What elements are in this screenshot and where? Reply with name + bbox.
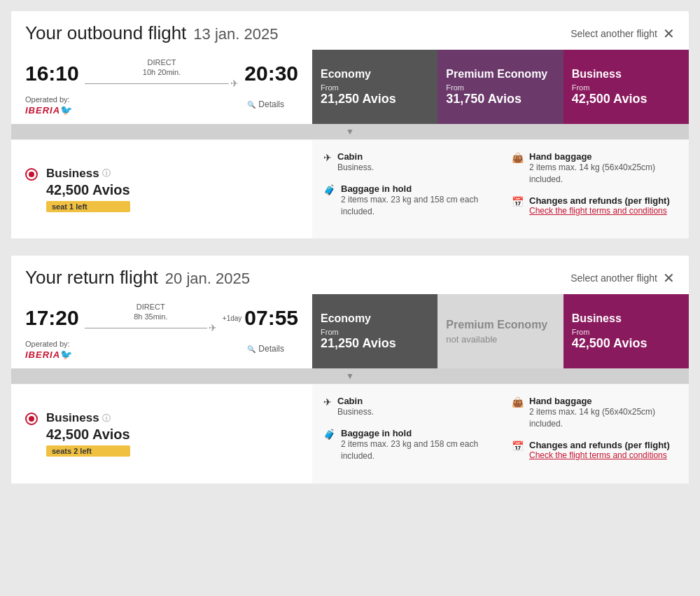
outbound-cabin-text: Cabin Business. xyxy=(337,151,374,174)
return-cabin-desc: Business. xyxy=(337,406,374,418)
return-changes-detail: 📅 Changes and refunds (per flight) Check… xyxy=(512,440,678,460)
outbound-title-text: Your outbound flight xyxy=(25,22,186,44)
outbound-caret: ▼ xyxy=(11,124,689,139)
outbound-baggage-hold-text: Baggage in hold 2 items max. 23 kg and 1… xyxy=(341,183,489,218)
outbound-line-arrow: ✈ xyxy=(85,78,239,89)
return-depart-time: 17:20 xyxy=(25,306,79,330)
outbound-radio-inner xyxy=(29,172,34,177)
return-hand-baggage-title: Hand baggage xyxy=(529,396,678,406)
outbound-changes-icon: 📅 xyxy=(512,196,524,216)
outbound-duration: 10h 20min. xyxy=(143,68,181,76)
outbound-details-search-icon: 🔍 xyxy=(247,101,255,109)
outbound-hand-baggage-title: Hand baggage xyxy=(529,151,678,162)
outbound-economy-from: From xyxy=(321,83,429,92)
outbound-baggage-hold-desc: 2 items max. 23 kg and 158 cm each inclu… xyxy=(341,194,489,218)
return-radio-button[interactable] xyxy=(25,413,38,425)
outbound-economy-label: Economy xyxy=(321,68,429,81)
return-close-icon[interactable]: ✕ xyxy=(663,270,675,286)
outbound-premium-economy-label: Premium Economy xyxy=(446,68,554,81)
return-business-from: From xyxy=(572,328,680,336)
return-baggage-hold-desc: 2 items max. 23 kg and 158 cm each inclu… xyxy=(341,438,489,462)
outbound-info-icon[interactable]: ⓘ xyxy=(102,167,111,179)
outbound-baggage-hold-detail: 🧳 Baggage in hold 2 items max. 23 kg and… xyxy=(323,183,489,218)
return-baggage-hold-text: Baggage in hold 2 items max. 23 kg and 1… xyxy=(341,428,489,462)
return-line xyxy=(85,328,207,328)
return-economy-price: 21,250 Avios xyxy=(321,336,429,351)
return-baggage-hold-title: Baggage in hold xyxy=(341,428,489,438)
outbound-close-icon[interactable]: ✕ xyxy=(663,25,675,42)
return-fare-name-col: Business ⓘ 42,500 Avios seats 2 left xyxy=(46,411,130,457)
return-premium-economy-label: Premium Economy xyxy=(446,319,554,331)
return-info-row: 17:20 DIRECT 8h 35min. ✈ +1day 07:55 Ope… xyxy=(11,294,689,368)
return-flight-line: DIRECT 8h 35min. ✈ xyxy=(85,303,217,333)
outbound-baggage-hold-title: Baggage in hold xyxy=(341,183,489,194)
outbound-detail-col-right: 👜 Hand baggage 2 items max. 14 kg (56x40… xyxy=(500,140,689,238)
outbound-selected-fare-price: 42,500 Avios xyxy=(46,182,130,198)
return-flight-section: Your return flight 20 jan. 2025 Select a… xyxy=(11,256,689,483)
return-business-price: 42,500 Avios xyxy=(572,336,680,351)
return-direct-label: DIRECT xyxy=(136,303,165,311)
return-detail-col-right: 👜 Hand baggage 2 items max. 14 kg (56x40… xyxy=(500,384,689,483)
outbound-premium-economy-from: From xyxy=(446,83,554,92)
outbound-business-label: Business xyxy=(572,68,680,81)
return-iberia-bird-icon: 🐦 xyxy=(60,349,72,360)
outbound-caret-icon: ▼ xyxy=(346,127,354,137)
outbound-cabin-title: Cabin xyxy=(337,151,374,162)
return-details-link[interactable]: 🔍 Details xyxy=(247,344,298,354)
outbound-arrive-time: 20:30 xyxy=(244,62,298,85)
return-detail-col-left: ✈ Cabin Business. 🧳 Baggage in hold 2 it… xyxy=(312,384,500,483)
outbound-depart-time: 16:10 xyxy=(25,62,79,85)
outbound-iberia-bird-icon: 🐦 xyxy=(60,104,72,116)
return-operated-label: Operated by: xyxy=(25,340,70,348)
outbound-fare-details-right: ✈ Cabin Business. 🧳 Baggage in hold 2 it… xyxy=(312,140,689,238)
outbound-changes-title: Changes and refunds (per flight) xyxy=(529,195,670,206)
return-caret-icon: ▼ xyxy=(346,371,354,381)
return-fare-economy[interactable]: Economy From 21,250 Avios xyxy=(312,294,438,368)
return-airline-name: IBERIA xyxy=(25,349,60,360)
outbound-radio-row: Business ⓘ 42,500 Avios seat 1 left xyxy=(25,167,298,212)
outbound-selected-fare-name: Business xyxy=(46,167,99,181)
return-arrive-time: 07:55 xyxy=(244,306,298,329)
return-fare-premium-economy: Premium Economy not available xyxy=(438,294,563,368)
return-iberia-logo: IBERIA 🐦 xyxy=(25,349,72,360)
outbound-changes-link[interactable]: Check the flight terms and conditions xyxy=(529,206,670,216)
outbound-operated-row: Operated by: IBERIA 🐦 🔍 Details xyxy=(25,93,298,116)
return-fare-details-right: ✈ Cabin Business. 🧳 Baggage in hold 2 it… xyxy=(312,384,689,483)
return-info-icon[interactable]: ⓘ xyxy=(102,413,111,424)
return-details-search-icon: 🔍 xyxy=(247,345,255,353)
return-baggage-hold-icon: 🧳 xyxy=(323,429,335,462)
return-baggage-hold-detail: 🧳 Baggage in hold 2 items max. 23 kg and… xyxy=(323,428,489,462)
outbound-select-another[interactable]: Select another flight ✕ xyxy=(570,25,675,42)
return-select-another[interactable]: Select another flight ✕ xyxy=(570,270,675,286)
return-fare-business[interactable]: Business From 42,500 Avios xyxy=(564,294,689,368)
outbound-baggage-hold-icon: 🧳 xyxy=(323,184,335,218)
return-arrow-icon: ✈ xyxy=(209,322,217,333)
return-arrive-col: +1day 07:55 xyxy=(223,306,298,330)
outbound-radio-button[interactable] xyxy=(25,168,38,181)
return-economy-from: From xyxy=(321,328,429,336)
outbound-fare-business[interactable]: Business From 42,500 Avios xyxy=(564,50,689,124)
return-changes-link[interactable]: Check the flight terms and conditions xyxy=(529,450,670,460)
outbound-hand-baggage-detail: 👜 Hand baggage 2 items max. 14 kg (56x40… xyxy=(512,151,678,186)
outbound-detail-col-left: ✈ Cabin Business. 🧳 Baggage in hold 2 it… xyxy=(312,140,500,238)
outbound-fare-economy[interactable]: Economy From 21,250 Avios xyxy=(312,50,438,124)
outbound-iberia-logo: IBERIA 🐦 xyxy=(25,104,72,116)
return-day-plus: +1day xyxy=(223,315,242,323)
outbound-fare-detail-content: Business ⓘ 42,500 Avios seat 1 left ✈ Ca… xyxy=(11,140,689,238)
return-line-arrow: ✈ xyxy=(85,322,217,333)
return-economy-label: Economy xyxy=(321,312,429,325)
return-fare-detail: Business ⓘ 42,500 Avios seats 2 left ✈ C… xyxy=(11,384,689,483)
outbound-header: Your outbound flight 13 jan. 2025 Select… xyxy=(11,11,689,50)
return-changes-icon: 📅 xyxy=(512,441,524,460)
outbound-flight-section: Your outbound flight 13 jan. 2025 Select… xyxy=(11,11,689,239)
outbound-title: Your outbound flight 13 jan. 2025 xyxy=(25,22,278,44)
return-duration: 8h 35min. xyxy=(134,312,167,321)
return-select-another-label: Select another flight xyxy=(570,272,657,284)
outbound-flight-line: DIRECT 10h 20min. ✈ xyxy=(85,58,239,89)
outbound-details-link[interactable]: 🔍 Details xyxy=(247,99,298,109)
return-cabin-icon: ✈ xyxy=(323,396,332,418)
return-hand-baggage-detail: 👜 Hand baggage 2 items max. 14 kg (56x40… xyxy=(512,396,678,430)
outbound-operated-label: Operated by: xyxy=(25,95,70,104)
return-business-label: Business xyxy=(572,312,680,325)
outbound-fare-premium-economy[interactable]: Premium Economy From 31,750 Avios xyxy=(438,50,563,124)
